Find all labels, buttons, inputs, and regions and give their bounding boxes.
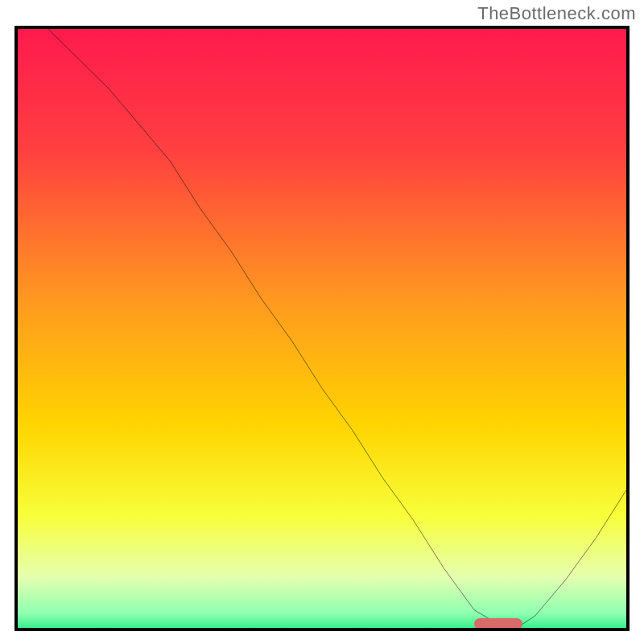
watermark-text: TheBottleneck.com bbox=[477, 3, 636, 24]
bottleneck-curve-path bbox=[48, 29, 626, 628]
curve-layer bbox=[18, 29, 626, 628]
plot-area bbox=[14, 26, 630, 631]
bottleneck-chart: TheBottleneck.com bbox=[0, 0, 644, 644]
optimal-marker bbox=[474, 618, 522, 630]
